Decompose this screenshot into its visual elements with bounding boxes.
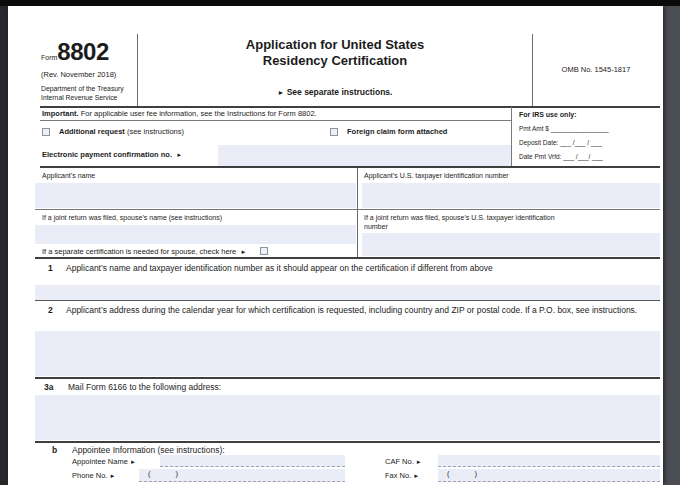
line2-field[interactable]: [35, 331, 660, 376]
section-rule-2: [35, 257, 660, 259]
applicant-row-divider: [35, 209, 660, 210]
foreign-claim-checkbox[interactable]: [330, 128, 338, 136]
omb-number: OMB No. 1545-1817: [532, 65, 660, 75]
form-title-line1: Application for United States: [138, 37, 532, 53]
spouse-tin-field[interactable]: [362, 233, 660, 256]
viewer-left-edge: [0, 0, 8, 485]
form-revision: (Rev. November 2018): [41, 70, 116, 80]
fax-no-input[interactable]: ( ): [438, 469, 660, 482]
additional-request-bold: Additional request: [59, 127, 125, 136]
irs-use-only-box: For IRS use only: Pmt Amt $ ____________…: [511, 107, 660, 167]
phone-no-label: Phone No. ►: [72, 471, 116, 481]
form-title-line2: Residency Certification: [138, 53, 532, 69]
see-instructions-note: ► See separate instructions.: [138, 87, 532, 97]
arrow-icon: ►: [413, 473, 419, 479]
fax-no-label: Fax No. ►: [385, 471, 419, 481]
applicant-tin-label: Applicant’s U.S. taxpayer identification…: [364, 171, 654, 180]
line1-rule: [35, 300, 660, 301]
electronic-payment-field[interactable]: [218, 145, 511, 166]
foreign-claim-label: Foreign claim form attached: [347, 127, 447, 137]
applicant-name-field[interactable]: [35, 183, 356, 208]
irs-box-title: For IRS use only:: [519, 108, 660, 122]
line3a-number: 3a: [44, 382, 53, 393]
line1-text: Applicant’s name and taxpayer identifica…: [66, 263, 656, 274]
form-title: Application for United States Residency …: [138, 37, 532, 70]
caf-no-label: CAF No. ►: [385, 457, 422, 467]
line1-field[interactable]: [35, 285, 660, 300]
irs-box-pmt-amt: Pmt Amt $ ________________: [519, 122, 660, 136]
see-instructions-text: See separate instructions.: [287, 87, 393, 97]
additional-request-note: (see instructions): [125, 127, 184, 136]
line3a-text: Mail Form 6166 to the following address:: [68, 382, 221, 393]
additional-request-checkbox[interactable]: [42, 128, 50, 136]
agency-line2: Internal Revenue Service: [41, 93, 117, 102]
caf-no-input[interactable]: [438, 455, 660, 467]
arrow-icon: ►: [278, 89, 285, 96]
line2-text: Applicant’s address during the calendar …: [66, 305, 638, 316]
line3b-number: b: [52, 445, 57, 456]
applicant-name-label: Applicant’s name: [42, 171, 95, 180]
form-page: Form 8802 (Rev. November 2018) Departmen…: [8, 6, 663, 485]
section-rule-1: [40, 166, 660, 168]
important-lead: Important.: [42, 109, 79, 118]
important-row: Important. For applicable user fee infor…: [40, 107, 511, 121]
electronic-payment-label: Electronic payment confirmation no. ►: [42, 150, 182, 160]
spouse-tin-label: If a joint return was filed, spouse’s U.…: [364, 213, 560, 232]
agency-line1: Department of the Treasury: [41, 84, 124, 93]
irs-box-date-pmt-vrfd: Date Pmt Vrfd: ___ /___/ ___: [519, 150, 660, 164]
separate-cert-label: If a separate certification is needed fo…: [42, 247, 236, 256]
spouse-name-label: If a joint return was filed, spouse’s na…: [42, 213, 222, 222]
line1-number: 1: [48, 263, 53, 274]
applicant-column-divider: [357, 168, 358, 258]
arrow-icon: ►: [240, 249, 246, 255]
arrow-icon: ►: [110, 473, 116, 479]
separate-cert-checkbox[interactable]: [260, 247, 268, 255]
appointee-name-label: Appointee Name ►: [72, 457, 136, 467]
form-number-block: Form 8802: [41, 36, 109, 64]
additional-request-label: Additional request (see instructions): [59, 127, 184, 137]
line2-number: 2: [48, 305, 53, 316]
important-text: For applicable user fee information, see…: [79, 109, 317, 118]
applicant-tin-field[interactable]: [362, 183, 660, 208]
arrow-icon: ►: [176, 152, 182, 158]
phone-no-input[interactable]: ( ): [139, 469, 345, 482]
section-rule-4: [35, 441, 660, 443]
irs-box-deposit-date: Deposit Date: ___ /___ / ___: [519, 136, 660, 150]
arrow-icon: ►: [416, 459, 422, 465]
arrow-icon: ►: [130, 459, 136, 465]
section-rule-3: [35, 377, 660, 379]
form-word: Form: [41, 54, 57, 64]
line3a-field[interactable]: [35, 395, 660, 440]
separate-cert-row: If a separate certification is needed fo…: [42, 247, 246, 257]
appointee-name-input[interactable]: [160, 455, 345, 467]
spouse-name-field[interactable]: [35, 225, 356, 244]
form-number: 8802: [57, 41, 108, 64]
